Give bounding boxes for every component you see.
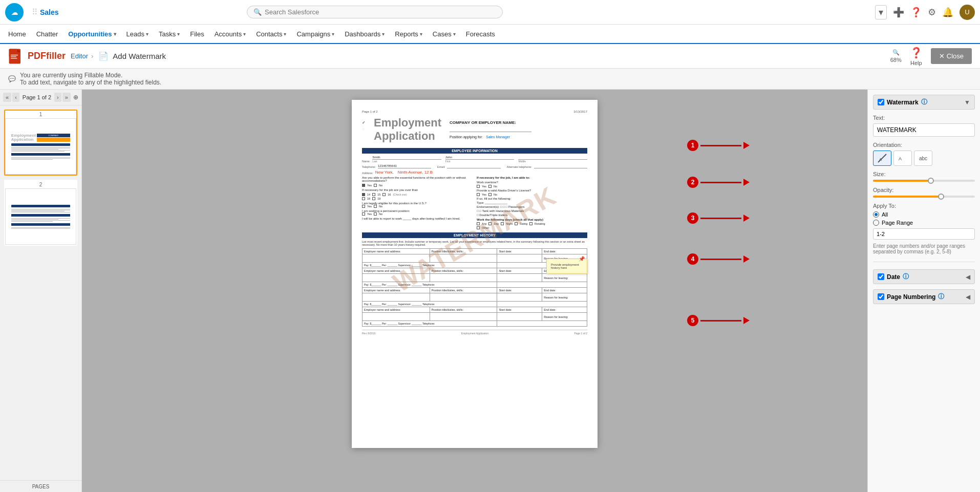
- employer-val-3[interactable]: [363, 293, 430, 302]
- end-val-2[interactable]: [497, 282, 587, 288]
- night-shift[interactable]: [501, 222, 504, 225]
- settings-icon[interactable]: ⚙: [928, 7, 936, 18]
- opacity-slider-thumb[interactable]: [938, 194, 944, 200]
- nav-reports[interactable]: Reports ▾: [390, 25, 428, 44]
- yes-checkbox[interactable]: [362, 184, 365, 187]
- any-day[interactable]: [477, 222, 480, 225]
- nav-leads[interactable]: Leads ▾: [121, 25, 154, 44]
- dropdown-selector[interactable]: ▾: [875, 5, 887, 19]
- start-val-2[interactable]: [497, 274, 542, 282]
- page-numbering-info-icon[interactable]: ⓘ: [938, 292, 944, 301]
- thumbnail-1[interactable]: 1 EmploymentApplication COMPANY: [4, 110, 77, 176]
- no-checkbox[interactable]: [374, 184, 377, 187]
- apply-range-option[interactable]: Page Range: [873, 220, 975, 226]
- notifications-icon[interactable]: 🔔: [942, 7, 953, 18]
- position-val-2[interactable]: [430, 274, 497, 282]
- employer-val-1[interactable]: [363, 254, 430, 263]
- company-name-field[interactable]: [450, 125, 531, 132]
- add-icon[interactable]: ➕: [893, 7, 904, 18]
- end-val-4[interactable]: [497, 321, 587, 327]
- tel-value[interactable]: 12346785643: [378, 164, 431, 168]
- date-info-icon[interactable]: ⓘ: [903, 272, 909, 281]
- day-shift[interactable]: [488, 222, 492, 225]
- start-val-1[interactable]: [497, 254, 542, 263]
- breadcrumb-editor[interactable]: Editor: [71, 52, 88, 60]
- nav-campaigns[interactable]: Campaigns ▾: [291, 25, 339, 44]
- nav-forecasts[interactable]: Forecasts: [461, 25, 500, 44]
- watermark-section-header[interactable]: Watermark ⓘ ▼: [873, 95, 975, 110]
- age-15[interactable]: [372, 193, 375, 196]
- alaska-yes[interactable]: [477, 193, 480, 196]
- end-val-3[interactable]: [497, 302, 587, 307]
- page-numbering-toggle-row[interactable]: Page Numbering ⓘ ◀: [873, 289, 975, 304]
- other-cb[interactable]: [477, 226, 480, 229]
- prev-page-btn[interactable]: ‹: [12, 93, 19, 102]
- alaska-no[interactable]: [488, 193, 492, 196]
- start-val-4[interactable]: [497, 313, 542, 321]
- search-input[interactable]: [265, 8, 496, 16]
- size-slider-thumb[interactable]: [928, 178, 934, 184]
- nav-opportunities[interactable]: Opportunities ▾: [63, 25, 121, 44]
- help-icon[interactable]: ❓: [910, 7, 922, 18]
- swing-shift[interactable]: [515, 222, 518, 225]
- close-button[interactable]: ✕ Close: [931, 48, 972, 64]
- nav-dashboards[interactable]: Dashboards ▾: [339, 25, 390, 44]
- apply-range-radio[interactable]: [873, 220, 879, 226]
- nav-contacts[interactable]: Contacts ▾: [251, 25, 291, 44]
- expand-icon[interactable]: ⊕: [73, 94, 78, 101]
- watermark-info-icon[interactable]: ⓘ: [921, 98, 927, 106]
- address-value1[interactable]: New York,: [375, 170, 394, 175]
- start-val-3[interactable]: [497, 293, 542, 302]
- seeking-yes[interactable]: [362, 212, 365, 216]
- sticky-note[interactable]: 📌 Provide employment history here: [546, 259, 587, 274]
- orient-text-btn[interactable]: abc: [914, 151, 932, 166]
- watermark-checkbox[interactable]: [878, 99, 884, 105]
- first-name-value[interactable]: John: [445, 156, 515, 160]
- position-value[interactable]: Sales Manager: [486, 135, 510, 139]
- age-18[interactable]: [362, 197, 365, 200]
- date-expand-caret[interactable]: ◀: [966, 273, 970, 281]
- salesforce-logo[interactable]: ☁: [5, 3, 24, 22]
- pages-tab[interactable]: PAGES: [0, 480, 81, 492]
- age-16[interactable]: [382, 193, 386, 196]
- date-toggle-row[interactable]: Date ⓘ ◀: [873, 269, 975, 284]
- employer-val-2[interactable]: [363, 274, 430, 282]
- position-val-1[interactable]: [430, 254, 497, 263]
- watermark-text-input[interactable]: [873, 123, 975, 137]
- date-checkbox[interactable]: [878, 273, 884, 280]
- employer-val-4[interactable]: [363, 313, 430, 321]
- nav-cases[interactable]: Cases ▾: [428, 25, 461, 44]
- zoom-control[interactable]: 🔍 68%: [890, 49, 902, 63]
- seeking-no[interactable]: [374, 212, 377, 216]
- alt-tel-field[interactable]: [534, 165, 587, 168]
- page-numbering-expand-caret[interactable]: ◀: [966, 293, 970, 301]
- nav-files[interactable]: Files: [185, 25, 209, 44]
- legal-yes[interactable]: [362, 205, 365, 208]
- page-numbering-checkbox[interactable]: [878, 293, 884, 300]
- thumbnail-2[interactable]: 2: [4, 180, 77, 246]
- first-page-btn[interactable]: «: [3, 93, 11, 102]
- avatar[interactable]: U: [960, 5, 975, 20]
- apply-all-option[interactable]: All: [873, 211, 975, 218]
- search-bar[interactable]: 🔍: [247, 6, 503, 18]
- age-14[interactable]: [362, 193, 365, 196]
- legal-no[interactable]: [374, 205, 377, 208]
- position-val-3[interactable]: [430, 293, 497, 302]
- orient-diagonal-btn[interactable]: A: [873, 151, 891, 166]
- address-value2[interactable]: Ninth Avenue, 12 B: [398, 170, 433, 175]
- age-19[interactable]: [372, 197, 375, 200]
- nav-tasks[interactable]: Tasks ▾: [154, 25, 185, 44]
- watermark-expand-btn[interactable]: ▼: [964, 99, 970, 106]
- overtime-no[interactable]: [488, 185, 492, 188]
- rotating-shift[interactable]: [529, 222, 532, 225]
- orient-horizontal-btn[interactable]: A: [893, 151, 912, 166]
- page-range-input[interactable]: [873, 228, 975, 240]
- last-name-value[interactable]: Smith: [372, 156, 441, 160]
- position-val-4[interactable]: [430, 313, 497, 321]
- overtime-yes[interactable]: [477, 185, 480, 188]
- nav-chatter[interactable]: Chatter: [31, 25, 63, 44]
- apply-all-radio[interactable]: [873, 211, 879, 218]
- nav-accounts[interactable]: Accounts ▾: [209, 25, 251, 44]
- help-btn[interactable]: ❓ Help: [910, 47, 923, 66]
- last-page-btn[interactable]: »: [62, 93, 71, 102]
